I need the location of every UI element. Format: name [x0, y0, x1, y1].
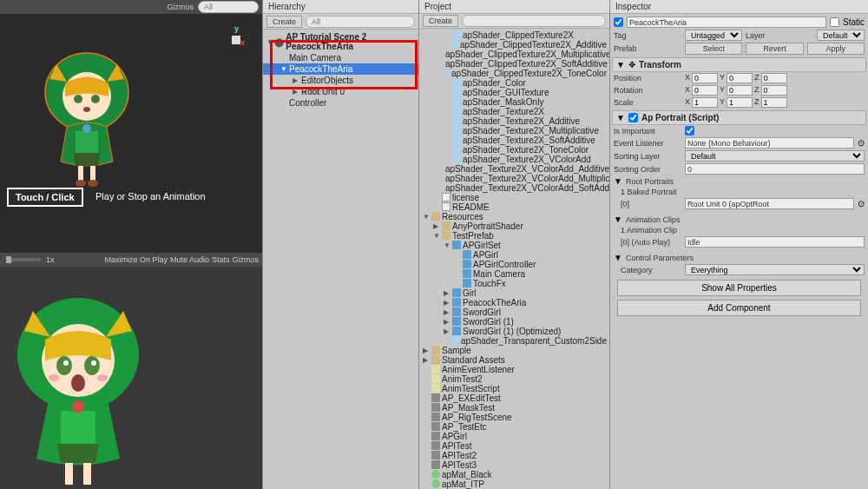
pos-z[interactable] [761, 73, 787, 83]
project-item[interactable]: apShader_Texture2X_SoftAdditive [419, 135, 609, 145]
root-unit-field[interactable] [685, 198, 854, 209]
create-button[interactable]: Create [266, 16, 302, 28]
object-picker-icon[interactable]: ⊙ [858, 199, 865, 208]
rot-x[interactable] [692, 85, 718, 96]
project-item[interactable]: ▶Sample [419, 346, 609, 355]
project-item[interactable]: ▼APGirlSet [419, 241, 609, 250]
project-item[interactable]: ▶SwordGirl (1) [419, 317, 609, 327]
project-item[interactable]: apShader_Texture2X_Multiplicative [419, 126, 609, 135]
hierarchy-item[interactable]: Main Camera [263, 52, 418, 63]
tag-select[interactable]: Untagged [685, 30, 742, 41]
project-item[interactable]: AP_RigTestScene [419, 413, 609, 422]
apportrait-header[interactable]: ▼ Ap Portrait (Script) [612, 110, 866, 125]
project-item[interactable]: apShader_Texture2X_ToneColor [419, 145, 609, 155]
rot-z[interactable] [761, 85, 787, 96]
gameobject-name[interactable] [627, 17, 826, 28]
project-item[interactable]: apShader_GUITexture [419, 88, 609, 97]
project-item[interactable]: apShader_Texture2X_VColorAdd [419, 155, 609, 164]
prefab-select[interactable]: Select [685, 43, 742, 55]
project-item[interactable]: license [419, 193, 609, 202]
project-item[interactable]: AP_EXEditTest [419, 393, 609, 403]
project-item[interactable]: ▼Resources [419, 212, 609, 221]
project-item[interactable]: APITest [419, 441, 609, 451]
hierarchy-item[interactable]: ▶Root Unit 0 [263, 86, 418, 97]
hierarchy-search[interactable] [306, 16, 415, 28]
project-item[interactable]: apShader_MaskOnly [419, 97, 609, 107]
control-params-header[interactable]: Control Parameters [626, 254, 694, 262]
project-item[interactable]: AnimTestScript [419, 384, 609, 393]
pos-y[interactable] [727, 73, 753, 83]
project-item[interactable]: APITest2 [419, 451, 609, 460]
project-item[interactable]: ▶SwordGirl [419, 307, 609, 317]
hierarchy-item[interactable]: ▼PeacockTheAria [263, 63, 418, 75]
project-tab[interactable]: Project [419, 0, 609, 14]
project-item[interactable]: AnimEventListener [419, 365, 609, 374]
project-search[interactable] [462, 15, 606, 27]
project-item[interactable]: apShader_ClippedTexture2X [419, 30, 609, 40]
prefab-apply[interactable]: Apply [807, 43, 865, 55]
project-item[interactable]: AnimTest2 [419, 374, 609, 384]
project-item[interactable]: APGirl [419, 250, 609, 260]
project-item[interactable]: AP_MaskTest [419, 403, 609, 413]
anim-clips-header[interactable]: Animation Clips [626, 215, 694, 224]
mute-toggle[interactable]: Mute Audio [170, 255, 209, 264]
project-item[interactable]: apShader_Texture2X_VColorAdd_Multiplicat… [419, 174, 609, 183]
project-item[interactable]: apShader_ClippedTexture2X_ToneColor [419, 69, 609, 78]
scale-slider[interactable] [6, 258, 41, 261]
anim-clip-field[interactable] [685, 236, 865, 248]
project-item[interactable]: ▶SwordGirl (1) (Optimized) [419, 327, 609, 336]
project-item[interactable]: apShader_ClippedTexture2X_SoftAdditive [419, 59, 609, 69]
project-item[interactable]: apShader_Texture2X_VColorAdd_SoftAdditiv… [419, 183, 609, 193]
scene-view[interactable]: x y Back Touch / Click Play or Stop an A… [0, 14, 262, 253]
sorting-order-input[interactable] [685, 163, 865, 175]
is-important-check[interactable] [685, 126, 694, 135]
show-all-properties-button[interactable]: Show All Properties [617, 280, 861, 296]
project-item[interactable]: ▶Girl [419, 288, 609, 298]
project-item[interactable]: apShader_Texture2X [419, 107, 609, 116]
project-create[interactable]: Create [423, 15, 458, 27]
hierarchy-tab[interactable]: Hierarchy [263, 0, 418, 14]
scale-z[interactable] [761, 97, 787, 108]
project-item[interactable]: apShader_Texture2X_VColorAdd_Additive [419, 164, 609, 174]
project-item[interactable]: Main Camera [419, 269, 609, 279]
project-item[interactable]: ▶Standard Assets [419, 355, 609, 365]
prefab-revert[interactable]: Revert [746, 43, 803, 55]
project-item[interactable]: APGirl [419, 432, 609, 441]
transform-header[interactable]: ▼✥ Transform [612, 57, 866, 72]
script-enabled[interactable] [628, 113, 638, 122]
project-item[interactable]: apShader_ClippedTexture2X_Multiplicative [419, 50, 609, 59]
scale-y[interactable] [727, 97, 753, 108]
enabled-checkbox[interactable] [614, 17, 623, 27]
scene-root[interactable]: ▼⬤ AP Tutorial Scene 2 PeacockTheAria [263, 31, 418, 52]
touch-click-button[interactable]: Touch / Click [7, 188, 83, 207]
root-portraits-header[interactable]: Root Portraits [626, 177, 694, 186]
inspector-tab[interactable]: Inspector [610, 0, 868, 14]
scale-x[interactable] [692, 97, 718, 108]
scene-search[interactable] [198, 1, 259, 13]
category-select[interactable]: Everything [685, 264, 865, 275]
add-component-button[interactable]: Add Component [617, 300, 861, 316]
static-checkbox[interactable] [830, 17, 839, 27]
project-item[interactable]: apShader_Transparent_Custom2Side [419, 336, 609, 346]
project-item[interactable]: APITest3 [419, 460, 609, 470]
event-listener-field[interactable] [685, 137, 854, 149]
project-item[interactable]: AP_TestEtc [419, 422, 609, 432]
project-item[interactable]: ▼TestPrefab [419, 231, 609, 241]
project-item[interactable]: ▶AnyPortraitShader [419, 221, 609, 231]
project-item[interactable]: TouchFx [419, 279, 609, 288]
sorting-layer-select[interactable]: Default [685, 150, 865, 162]
hierarchy-item[interactable]: ▶EditorObjects [263, 75, 418, 86]
project-item[interactable]: apShader_Texture2X_Additive [419, 116, 609, 126]
hierarchy-item[interactable]: Controller [263, 97, 418, 109]
project-item[interactable]: apShader_ClippedTexture2X_Additive [419, 40, 609, 50]
rot-y[interactable] [727, 85, 753, 96]
stats-toggle[interactable]: Stats [212, 255, 230, 264]
project-item[interactable]: apShader_Color [419, 78, 609, 88]
game-view[interactable] [0, 267, 262, 489]
scene-gizmo[interactable]: x y [219, 23, 253, 57]
maximize-toggle[interactable]: Maximize On Play [104, 255, 168, 264]
pos-x[interactable] [692, 73, 718, 83]
project-item[interactable]: README [419, 202, 609, 212]
layer-select[interactable]: Default [817, 30, 865, 41]
project-item[interactable]: apMat_ITP [419, 479, 609, 489]
